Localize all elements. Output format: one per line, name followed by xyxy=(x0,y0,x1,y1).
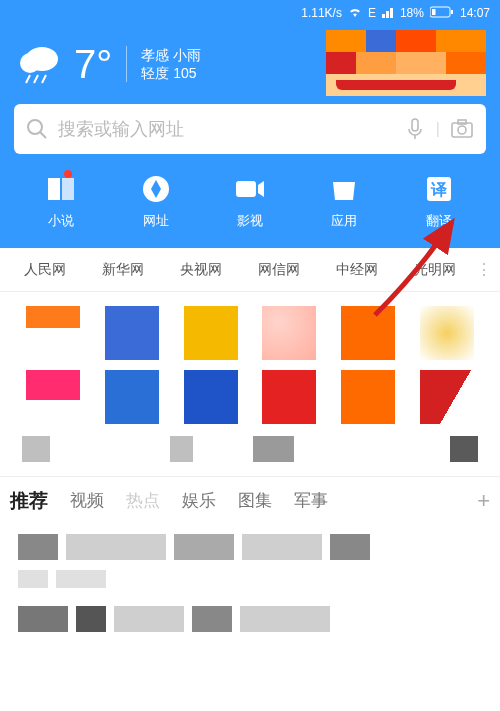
feed-text xyxy=(18,606,68,632)
svg-rect-14 xyxy=(458,120,466,124)
content-tab-ent[interactable]: 娱乐 xyxy=(182,489,216,512)
search-input[interactable] xyxy=(58,119,394,140)
quicknav-novel[interactable]: 小说 xyxy=(44,172,78,230)
network-type: E xyxy=(368,6,376,20)
ad-banner[interactable] xyxy=(326,30,486,96)
site-tile[interactable] xyxy=(26,306,80,360)
quicknav-sites[interactable]: 网址 xyxy=(139,172,173,230)
quicknav-translate[interactable]: 译 翻译 xyxy=(422,172,456,230)
quicknav-label: 应用 xyxy=(331,212,357,230)
svg-point-4 xyxy=(20,53,40,73)
svg-line-7 xyxy=(42,75,46,83)
translate-icon: 译 xyxy=(422,172,456,206)
svg-rect-10 xyxy=(412,119,418,131)
mini-tile[interactable] xyxy=(170,436,194,462)
svg-rect-1 xyxy=(451,10,453,14)
svg-rect-12 xyxy=(452,123,472,137)
status-bar: 1.11K/s E 18% 14:07 xyxy=(0,0,500,26)
wifi-icon xyxy=(348,6,362,21)
signal-icon xyxy=(382,6,394,21)
weather-info: 孝感 小雨 轻度 105 xyxy=(141,46,201,82)
site-tile[interactable] xyxy=(420,306,474,360)
news-tab[interactable]: 央视网 xyxy=(162,261,240,279)
site-tile[interactable] xyxy=(262,306,316,360)
site-tile[interactable] xyxy=(262,370,316,424)
mic-icon[interactable] xyxy=(404,117,426,141)
feed-text xyxy=(18,534,58,560)
compass-icon xyxy=(139,172,173,206)
battery-pct: 18% xyxy=(400,6,424,20)
mini-tile[interactable] xyxy=(22,436,50,462)
svg-rect-2 xyxy=(432,9,436,15)
bag-icon xyxy=(327,172,361,206)
content-tab-gallery[interactable]: 图集 xyxy=(238,489,272,512)
news-tabs: 人民网 新华网 央视网 网信网 中经网 光明网 ⋮ xyxy=(0,248,500,292)
content-tab-recommend[interactable]: 推荐 xyxy=(10,488,48,514)
content-tab-mil[interactable]: 军事 xyxy=(294,489,328,512)
quicknav-label: 网址 xyxy=(143,212,169,230)
add-tab-icon[interactable]: + xyxy=(477,488,490,514)
clock: 14:07 xyxy=(460,6,490,20)
site-tile[interactable] xyxy=(26,370,80,424)
search-icon xyxy=(26,118,48,140)
book-icon xyxy=(44,172,78,206)
site-tile[interactable] xyxy=(420,370,474,424)
feed-text xyxy=(330,534,370,560)
site-tile[interactable] xyxy=(184,306,238,360)
quicknav-apps[interactable]: 应用 xyxy=(327,172,361,230)
site-tile[interactable] xyxy=(105,306,159,360)
feed-text xyxy=(76,606,106,632)
feed-text xyxy=(240,606,330,632)
feed-area xyxy=(0,524,500,652)
news-tab[interactable]: 新华网 xyxy=(84,261,162,279)
camera-icon[interactable] xyxy=(450,118,474,140)
mini-tile[interactable] xyxy=(253,436,293,462)
content-tabs: 推荐 视频 热点 娱乐 图集 军事 + xyxy=(0,476,500,524)
quicknav-label: 小说 xyxy=(48,212,74,230)
quick-nav: 小说 网址 影视 应用 译 翻译 xyxy=(14,172,486,230)
site-tile[interactable] xyxy=(341,370,395,424)
news-tab[interactable]: 光明网 xyxy=(396,261,474,279)
svg-line-6 xyxy=(34,75,38,83)
more-icon[interactable]: ⋮ xyxy=(474,260,494,279)
feed-text xyxy=(192,606,232,632)
header: 7° 孝感 小雨 轻度 105 | xyxy=(0,26,500,248)
content-tab-video[interactable]: 视频 xyxy=(70,489,104,512)
feed-text xyxy=(66,534,166,560)
divider xyxy=(126,46,127,82)
content-tab-hot[interactable]: 热点 xyxy=(126,489,160,512)
feed-text xyxy=(18,570,48,588)
news-tab[interactable]: 人民网 xyxy=(6,261,84,279)
feed-text xyxy=(56,570,106,588)
svg-rect-15 xyxy=(60,178,62,200)
feed-text xyxy=(242,534,322,560)
mini-row xyxy=(0,430,500,476)
news-tab[interactable]: 网信网 xyxy=(240,261,318,279)
site-grid xyxy=(0,292,500,430)
temperature: 7° xyxy=(74,44,112,84)
svg-line-5 xyxy=(26,75,30,83)
search-bar[interactable]: | xyxy=(14,104,486,154)
svg-point-8 xyxy=(28,120,42,134)
video-icon xyxy=(233,172,267,206)
quicknav-label: 影视 xyxy=(237,212,263,230)
mini-tile[interactable] xyxy=(450,436,478,462)
feed-text xyxy=(174,534,234,560)
feed-text xyxy=(114,606,184,632)
svg-text:译: 译 xyxy=(430,181,448,198)
quicknav-video[interactable]: 影视 xyxy=(233,172,267,230)
net-speed: 1.11K/s xyxy=(301,6,342,20)
svg-point-13 xyxy=(458,126,466,134)
weather-cloud-rain-icon xyxy=(14,39,64,89)
news-tab[interactable]: 中经网 xyxy=(318,261,396,279)
site-tile[interactable] xyxy=(184,370,238,424)
battery-icon xyxy=(430,6,454,21)
svg-line-9 xyxy=(40,132,46,138)
svg-rect-17 xyxy=(236,181,256,197)
quicknav-label: 翻译 xyxy=(426,212,452,230)
site-tile[interactable] xyxy=(105,370,159,424)
site-tile[interactable] xyxy=(341,306,395,360)
